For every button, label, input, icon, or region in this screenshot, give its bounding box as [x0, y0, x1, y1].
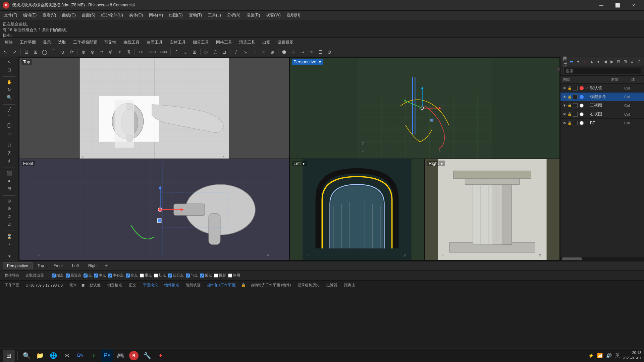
toolbar-btn-22[interactable]: ∿ — [241, 48, 250, 56]
snap-tangent[interactable]: 切点 — [154, 273, 166, 278]
layer-lock-bf[interactable]: 🔓 — [567, 121, 572, 125]
fit-btn[interactable]: FIT — [136, 48, 147, 56]
layer-row-bf[interactable]: 👁 🔓 BF Col — [560, 119, 644, 127]
move-tool[interactable]: ⊕ — [3, 197, 16, 204]
right-vp-dropdown[interactable]: ▼ — [440, 162, 443, 166]
point-tool[interactable]: • — [3, 240, 16, 248]
viewport-perspective[interactable]: Perspective ▼ — [290, 58, 559, 159]
layer-filter-btn[interactable]: ⊟ — [616, 58, 621, 65]
rotate-tool[interactable]: ↺ — [3, 213, 16, 220]
minimize-button[interactable]: — — [594, 0, 609, 11]
toolbar-tab-[interactable]: 工作视窗配置 — [70, 39, 101, 46]
perspective-dropdown-icon[interactable]: ▼ — [318, 60, 322, 64]
snap-vertex[interactable]: 顶点 — [200, 273, 212, 278]
tray-network[interactable]: ⚡ — [587, 352, 594, 359]
delete-layer-btn[interactable]: ✕ — [582, 58, 588, 65]
layer-eye-rightview[interactable]: 👁 — [562, 112, 567, 116]
viewport-left[interactable]: Left ▼ — [290, 159, 424, 260]
status-auto-cplane[interactable]: 自动对齐工作平面 (物件) — [249, 283, 293, 288]
scale-tool[interactable]: ⊿ — [3, 220, 16, 228]
layer-left-btn[interactable]: ◀ — [602, 58, 608, 65]
layer-color-rightview[interactable] — [573, 112, 578, 117]
toolbar-tab-[interactable]: 标注 — [1, 39, 16, 46]
snap-midpoint[interactable]: 中点 — [94, 273, 106, 278]
select-tool[interactable]: ↖ — [3, 58, 16, 66]
vp-tab-perspective[interactable]: Perspective — [3, 262, 33, 269]
layer-name-modelref[interactable]: 模型参考 — [590, 94, 624, 100]
toolbar-tab-[interactable]: 网格工具 — [213, 39, 235, 46]
toolbar-btn-21[interactable]: / — [232, 48, 240, 56]
toolbar-btn-30[interactable]: ☰ — [316, 48, 325, 56]
vp-tab-front[interactable]: Front — [49, 262, 67, 269]
viewport-left-label[interactable]: Left ▼ — [292, 161, 307, 166]
status-plane-mode[interactable]: 平面模式 — [141, 283, 160, 288]
menu-item-u[interactable]: 细分物件(U) — [99, 11, 126, 19]
toolbar-btn-28[interactable]: ⊸ — [298, 48, 307, 56]
toolbar-btn-24[interactable]: ≡ — [259, 48, 268, 56]
menu-item-o[interactable]: 实体(O) — [126, 11, 146, 19]
toolbar-btn-3[interactable]: ⊡ — [22, 48, 31, 56]
maximize-button[interactable]: ⬜ — [610, 0, 625, 11]
toolbar-btn-14[interactable]: ⊼ — [124, 48, 133, 56]
toolbar-btn-29[interactable]: ≋ — [307, 48, 316, 56]
snap-endpoint[interactable]: 端点 — [52, 273, 64, 278]
toolbar-btn-10[interactable]: ⊗ — [88, 48, 97, 56]
layer-right-btn[interactable]: ▶ — [609, 58, 614, 65]
vp-tab-top[interactable]: Top — [33, 262, 48, 269]
right-panel-scrollbar[interactable] — [560, 257, 644, 261]
menu-item-f[interactable]: 文件(F) — [1, 11, 20, 19]
menu-item-r[interactable]: 渲染(R) — [244, 11, 263, 19]
vp-tab-left[interactable]: Left — [68, 262, 83, 269]
toolbar-tab-[interactable]: 曲线工具 — [120, 39, 143, 46]
toolbar-btn-12[interactable]: ⊄ — [106, 48, 115, 56]
toolbar-btn-4[interactable]: ⊞ — [31, 48, 40, 56]
layer-name-bf[interactable]: BF — [590, 121, 624, 125]
layer-lock-rightview[interactable]: 🔓 — [567, 112, 572, 116]
circle-tool[interactable]: ◯ — [3, 122, 16, 129]
status-object-snap[interactable]: 物件锁点 — [162, 283, 181, 288]
cylinder-tool[interactable]: ⊞ — [3, 185, 16, 192]
surface-tool[interactable]: ⬡ — [3, 142, 16, 149]
select-filter-btn[interactable]: 选取过滤器 — [23, 272, 46, 279]
snap-project[interactable]: 投影 — [214, 273, 226, 278]
snap-nearest[interactable]: 最近点 — [66, 273, 82, 278]
layer-lock-modelref[interactable]: 🔓 — [567, 95, 572, 99]
viewport-top-label[interactable]: Top — [21, 59, 32, 65]
scroll-thumb[interactable] — [562, 257, 582, 260]
taskbar-app4[interactable]: ♦ — [155, 350, 167, 362]
layer-list-btn[interactable]: ≡ — [629, 58, 635, 65]
status-layer-name[interactable]: 默认值 — [88, 283, 103, 288]
taskbar-app3[interactable]: 🔧 — [141, 350, 153, 362]
snap-quadrant[interactable]: 四分点 — [168, 273, 184, 278]
vp-tab-right[interactable]: Right — [84, 262, 102, 269]
dec-btn[interactable]: DEC — [147, 48, 158, 56]
menu-item-l[interactable]: 工具(L) — [205, 11, 224, 19]
snap-intersect[interactable]: 交点 — [126, 273, 138, 278]
menu-item-v[interactable]: 查看(V) — [40, 11, 59, 19]
layer-lock-triview[interactable]: 🔓 — [567, 104, 572, 107]
menu-item-w[interactable]: 视窗(W) — [263, 11, 283, 19]
toolbar-btn-11[interactable]: ⊃ — [97, 48, 106, 56]
status-ortho[interactable]: 正交 — [127, 283, 138, 288]
zoom-tool[interactable]: 🔍 — [3, 94, 16, 101]
snap-point[interactable]: 点 — [84, 273, 92, 278]
close-button[interactable]: ✕ — [626, 0, 641, 11]
system-clock[interactable]: 20:13 2025-01-01 — [623, 350, 641, 361]
toolbar-btn-6[interactable]: ⌒ — [49, 48, 58, 56]
tray-sound[interactable]: 🔊 — [605, 352, 612, 359]
sweep-tool[interactable]: ∮ — [3, 157, 16, 165]
toolbar-btn-16[interactable]: ⌄ — [181, 48, 190, 56]
toolbar-btn-17[interactable]: ⊞ — [190, 48, 199, 56]
toolbar-btn-9[interactable]: ⊕ — [79, 48, 88, 56]
menu-item-s[interactable]: 曲面(S) — [79, 11, 98, 19]
copy-tool[interactable]: ⊗ — [3, 205, 16, 212]
toolbar-tab-[interactable]: 选取 — [55, 39, 69, 46]
taskbar-search[interactable]: 🔍 — [20, 350, 33, 362]
menu-item-a[interactable]: 分析(A) — [224, 11, 243, 19]
menu-item-t[interactable]: 变动(T) — [186, 11, 205, 19]
snap-perp[interactable]: 重点 — [140, 273, 152, 278]
menu-item-h[interactable]: 说明(H) — [284, 11, 303, 19]
new-layer-btn[interactable]: + — [576, 58, 581, 65]
rotate-view-tool[interactable]: ↻ — [3, 86, 16, 94]
layer-color-bf[interactable] — [573, 121, 578, 125]
